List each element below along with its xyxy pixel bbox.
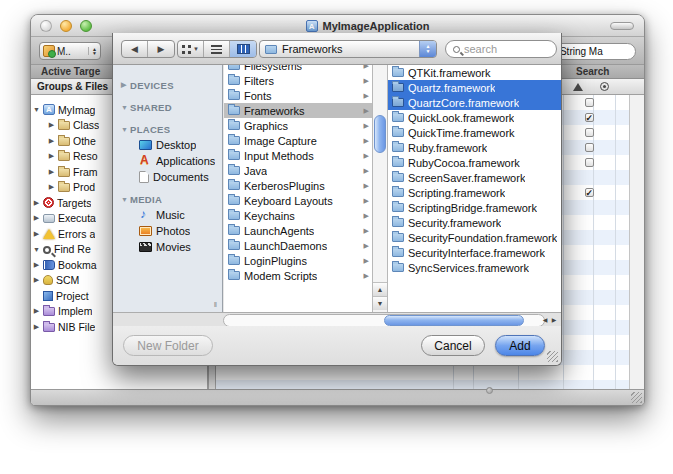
disclosure-triangle-icon[interactable]: ▶	[31, 230, 42, 238]
scroll-left-button[interactable]: ◀	[541, 315, 549, 326]
folder-row[interactable]: Image Capture ▶	[224, 133, 372, 148]
toolbar-toggle-button[interactable]	[610, 22, 634, 30]
disclosure-triangle-icon[interactable]: ▶	[46, 152, 57, 160]
folder-row[interactable]: Input Methods ▶	[224, 148, 372, 163]
disclosure-triangle-icon[interactable]: ▶	[31, 307, 42, 315]
disclosure-triangle-icon[interactable]: ▶	[46, 121, 57, 129]
membership-checkbox[interactable]	[585, 188, 594, 197]
disclosure-triangle-icon[interactable]: ▼	[121, 196, 130, 203]
framework-row[interactable]: Quartz.framework	[388, 80, 562, 95]
table-row[interactable]	[563, 185, 615, 200]
membership-checkbox[interactable]	[585, 98, 594, 107]
disclosure-triangle-icon[interactable]: ▶	[31, 276, 42, 284]
framework-row[interactable]: Ruby.framework	[388, 140, 562, 155]
active-target-popup[interactable]: M.. ▲▼	[39, 42, 101, 60]
framework-row[interactable]: QuartzCore.framework	[388, 95, 562, 110]
close-button[interactable]	[40, 20, 52, 32]
framework-row[interactable]: Scripting.framework	[388, 185, 562, 200]
table-row[interactable]	[563, 200, 615, 215]
framework-row[interactable]: RubyCocoa.framework	[388, 155, 562, 170]
disclosure-triangle-icon[interactable]: ▶	[31, 323, 42, 331]
table-row[interactable]	[563, 230, 615, 245]
framework-row[interactable]: QuickTime.framework	[388, 125, 562, 140]
table-scrollbar[interactable]	[629, 95, 644, 389]
column-view-button[interactable]	[230, 41, 256, 57]
folder-row[interactable]: Modem Scripts ▶	[224, 268, 372, 283]
cancel-button[interactable]: Cancel	[421, 335, 485, 356]
framework-row[interactable]: QuickLook.framework	[388, 110, 562, 125]
folder-row[interactable]: LoginPlugins ▶	[224, 253, 372, 268]
sidebar-resize-grip[interactable]: ‖	[209, 299, 222, 311]
disclosure-triangle-icon[interactable]: ▼	[121, 126, 130, 133]
sidebar-item[interactable]: Applications	[113, 153, 222, 169]
table-row[interactable]	[563, 140, 615, 155]
folder-row[interactable]: Filters ▶	[224, 73, 372, 88]
framework-row[interactable]: QTKit.framework	[388, 65, 562, 80]
sidebar-item[interactable]: Documents	[113, 169, 222, 185]
disclosure-triangle-icon[interactable]: ▶	[31, 261, 42, 269]
scrollbar-thumb[interactable]	[374, 115, 386, 153]
dialog-resize-grip[interactable]	[547, 351, 558, 362]
framework-row[interactable]: SecurityFoundation.framework	[388, 230, 562, 245]
framework-row[interactable]: Security.framework	[388, 215, 562, 230]
icon-view-button[interactable]: ▼	[178, 41, 204, 57]
sidebar-item[interactable]: ▼ SHARED	[113, 99, 222, 115]
disclosure-triangle-icon[interactable]: ▼	[31, 106, 42, 113]
minimize-button[interactable]	[60, 20, 72, 32]
disclosure-triangle-icon[interactable]: ▶	[31, 199, 42, 207]
framework-row[interactable]: ScreenSaver.framework	[388, 170, 562, 185]
table-row[interactable]	[563, 155, 615, 170]
folder-row[interactable]: KerberosPlugins ▶	[224, 178, 372, 193]
dialog-search-input[interactable]	[464, 43, 549, 55]
folder-row[interactable]: LaunchDaemons ▶	[224, 238, 372, 253]
folder-row[interactable]: Keychains ▶	[224, 208, 372, 223]
table-row[interactable]	[563, 170, 615, 185]
scroll-right-button[interactable]: ▶	[550, 315, 558, 326]
warning-column-icon[interactable]	[573, 83, 583, 91]
framework-row[interactable]: ScriptingBridge.framework	[388, 200, 562, 215]
sidebar-item[interactable]: ▶ DEVICES	[113, 77, 222, 93]
list-view-button[interactable]	[204, 41, 230, 57]
sidebar-item[interactable]: Movies	[113, 239, 222, 255]
back-button[interactable]: ◀	[122, 41, 148, 57]
framework-row[interactable]: SyncServices.framework	[388, 260, 562, 275]
membership-checkbox[interactable]	[585, 143, 594, 152]
sidebar-item[interactable]: ▼ PLACES	[113, 121, 222, 137]
window-resize-grip[interactable]	[631, 392, 642, 403]
add-button[interactable]: Add	[495, 335, 545, 356]
sidebar-item[interactable]: ▼ MEDIA	[113, 191, 222, 207]
scroll-up-button[interactable]: ▲	[373, 282, 387, 296]
folder-row[interactable]: Java ▶	[224, 163, 372, 178]
folder-row[interactable]: Fonts ▶	[224, 88, 372, 103]
disclosure-triangle-icon[interactable]: ▶	[46, 168, 57, 176]
disclosure-triangle-icon[interactable]: ▶	[31, 214, 42, 222]
zoom-button[interactable]	[80, 20, 92, 32]
table-row[interactable]	[563, 95, 615, 110]
disclosure-triangle-icon[interactable]: ▶	[46, 137, 57, 145]
forward-button[interactable]: ▶	[148, 41, 174, 57]
target-column-icon[interactable]	[600, 82, 609, 91]
disclosure-triangle-icon[interactable]: ▶	[46, 183, 57, 191]
membership-checkbox[interactable]	[585, 113, 594, 122]
scroll-down-button[interactable]: ▼	[373, 296, 387, 310]
disclosure-triangle-icon[interactable]: ▼	[31, 246, 42, 253]
table-row[interactable]	[563, 215, 615, 230]
membership-checkbox[interactable]	[585, 158, 594, 167]
folder-row[interactable]: Frameworks ▶	[224, 103, 372, 118]
membership-checkbox[interactable]	[585, 128, 594, 137]
table-row[interactable]	[563, 110, 615, 125]
dialog-search-field[interactable]	[445, 40, 557, 58]
table-row[interactable]	[563, 125, 615, 140]
sidebar-item[interactable]: Photos	[113, 223, 222, 239]
framework-row[interactable]: SecurityInterface.framework	[388, 245, 562, 260]
disclosure-triangle-icon[interactable]: ▼	[121, 104, 130, 111]
folder-row[interactable]: Filesystems ▶	[224, 65, 372, 73]
sidebar-item[interactable]: Desktop	[113, 137, 222, 153]
splitter-dimple[interactable]	[486, 387, 493, 394]
xcode-search-input[interactable]	[560, 46, 629, 57]
sidebar-item[interactable]: Music	[113, 207, 222, 223]
folder-row[interactable]: Graphics ▶	[224, 118, 372, 133]
new-folder-button[interactable]: New Folder	[123, 335, 213, 356]
folder-row[interactable]: Keyboard Layouts ▶	[224, 193, 372, 208]
column-scrollbar[interactable]: ▲ ▼	[372, 65, 388, 312]
